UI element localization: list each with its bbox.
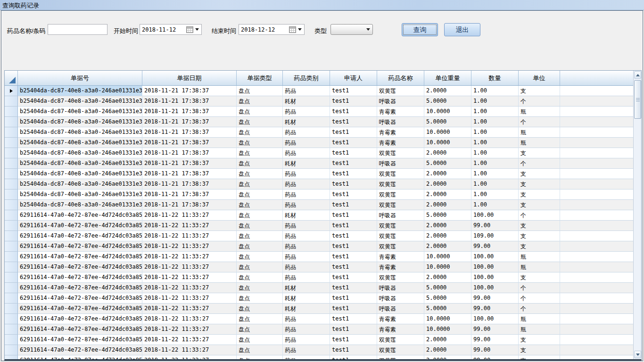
cell[interactable]: 支 (519, 335, 560, 345)
cell[interactable]: 支 (519, 148, 560, 158)
cell[interactable]: 药品 (283, 241, 330, 252)
cell[interactable]: test1 (330, 231, 377, 241)
cell[interactable]: 盘点 (237, 127, 283, 138)
cell-filler[interactable] (560, 107, 633, 117)
cell[interactable]: test1 (330, 304, 377, 314)
cell[interactable]: 盘点 (237, 241, 283, 252)
cell[interactable]: b25404da-dc87-40e8-a3a0-246ae01331e3 (18, 96, 142, 107)
cell[interactable]: 2.0000 (424, 335, 471, 345)
cell[interactable]: 100.00 (471, 272, 519, 283)
cell[interactable]: 5.0000 (424, 304, 471, 314)
cell[interactable]: 100.00 (471, 252, 519, 262)
cell[interactable]: 青霉素 (377, 262, 424, 272)
cell[interactable]: 10.0000 (424, 324, 471, 335)
cell[interactable]: 2.0000 (424, 272, 471, 283)
cell[interactable]: test1 (330, 324, 377, 335)
cell[interactable]: 99.00 (471, 335, 519, 345)
cell[interactable]: 2018-11-22 11:33:27 (142, 241, 237, 252)
cell[interactable]: 2018-11-22 11:33:27 (142, 262, 237, 272)
cell[interactable]: 2018-11-22 11:33:27 (142, 304, 237, 314)
select-all-corner[interactable] (5, 71, 18, 85)
cell[interactable]: test1 (330, 138, 377, 148)
cell[interactable]: 耗材 (283, 96, 330, 107)
cell[interactable]: test1 (330, 262, 377, 272)
cell[interactable]: 2.0000 (424, 241, 471, 252)
cell[interactable]: 盘点 (237, 262, 283, 272)
row-header[interactable] (5, 231, 18, 241)
cell[interactable]: 盘点 (237, 210, 283, 221)
type-dropdown[interactable] (330, 24, 373, 35)
cell[interactable]: 5.0000 (424, 293, 471, 304)
cell[interactable]: 盘点 (237, 324, 283, 335)
cell[interactable]: 呼吸器 (377, 117, 424, 127)
cell[interactable]: 2018-11-21 17:38:37 (142, 107, 237, 117)
cell[interactable]: 药品 (283, 200, 330, 210)
cell[interactable]: 盘点 (237, 107, 283, 117)
cell[interactable]: 2.0000 (424, 179, 471, 189)
cell[interactable]: 耗材 (283, 283, 330, 293)
cell[interactable]: 2.0000 (424, 221, 471, 231)
cell[interactable]: 1.00 (471, 148, 519, 158)
cell[interactable]: 62911614-47a0-4e72-87ee-4d724dc03a85 (18, 293, 142, 304)
cell[interactable]: 2018-11-21 17:38:37 (142, 189, 237, 200)
cell[interactable]: 支 (519, 221, 560, 231)
cell[interactable]: 药品 (283, 314, 330, 324)
row-header[interactable] (5, 158, 18, 169)
cell-filler[interactable] (560, 148, 633, 158)
cell-filler[interactable] (560, 117, 633, 127)
row-header[interactable] (5, 127, 18, 138)
col-header-7[interactable]: 数量 (471, 71, 519, 85)
cell[interactable]: 支 (519, 231, 560, 241)
start-date-picker[interactable]: 2018-11-12 (140, 24, 202, 35)
cell[interactable]: 2018-11-22 11:33:27 (142, 293, 237, 304)
cell[interactable]: 1.00 (471, 107, 519, 117)
col-header-8[interactable]: 单位 (519, 71, 560, 85)
cell-filler[interactable] (560, 324, 633, 335)
cell-filler[interactable] (560, 283, 633, 293)
cell[interactable]: 耗材 (283, 158, 330, 169)
cell[interactable]: test1 (330, 189, 377, 200)
cell[interactable]: test1 (330, 107, 377, 117)
cell[interactable]: 盘点 (237, 293, 283, 304)
row-header[interactable] (5, 221, 18, 231)
cell[interactable]: 瓶 (519, 252, 560, 262)
cell[interactable]: 2.0000 (424, 169, 471, 179)
cell[interactable]: 药品 (283, 272, 330, 283)
cell[interactable]: b25404da-dc87-40e8-a3a0-246ae01331e3 (18, 179, 142, 189)
cell[interactable]: 2018-11-22 11:33:27 (142, 272, 237, 283)
cell[interactable]: 双黄莲 (377, 231, 424, 241)
cell[interactable]: 2018-11-21 17:38:37 (142, 148, 237, 158)
cell-filler[interactable] (560, 345, 633, 355)
cell[interactable]: 99.00 (471, 241, 519, 252)
cell[interactable]: 1.00 (471, 96, 519, 107)
cell[interactable]: 盘点 (237, 283, 283, 293)
cell[interactable]: 青霉素 (377, 107, 424, 117)
chevron-down-icon[interactable] (298, 28, 302, 31)
cell-filler[interactable] (560, 335, 633, 345)
cell[interactable]: 双黄莲 (377, 86, 424, 96)
cell[interactable]: 双黄莲 (377, 148, 424, 158)
cell[interactable]: 2.0000 (424, 148, 471, 158)
cell[interactable]: 2018-11-21 17:38:37 (142, 117, 237, 127)
col-header-5[interactable]: 药品名称 (377, 71, 424, 85)
cell-filler[interactable] (560, 127, 633, 138)
cell[interactable]: 个 (519, 96, 560, 107)
cell[interactable]: 耗材 (283, 210, 330, 221)
cell-filler[interactable] (560, 231, 633, 241)
row-header[interactable] (5, 138, 18, 148)
cell[interactable]: 盘点 (237, 200, 283, 210)
cell[interactable]: 5.0000 (424, 158, 471, 169)
cell[interactable]: 青霉素 (377, 138, 424, 148)
cell[interactable]: 5.0000 (424, 117, 471, 127)
cell-filler[interactable] (560, 189, 633, 200)
cell[interactable]: 1.00 (471, 127, 519, 138)
cell[interactable]: test1 (330, 86, 377, 96)
cell[interactable]: 2018-11-21 17:38:37 (142, 138, 237, 148)
cell-filler[interactable] (560, 210, 633, 221)
cell[interactable]: test1 (330, 241, 377, 252)
cell[interactable]: test1 (330, 283, 377, 293)
row-header[interactable] (5, 241, 18, 252)
row-header[interactable] (5, 355, 18, 359)
cell[interactable]: 2018-11-22 11:33:27 (142, 314, 237, 324)
cell[interactable]: 盘点 (237, 117, 283, 127)
